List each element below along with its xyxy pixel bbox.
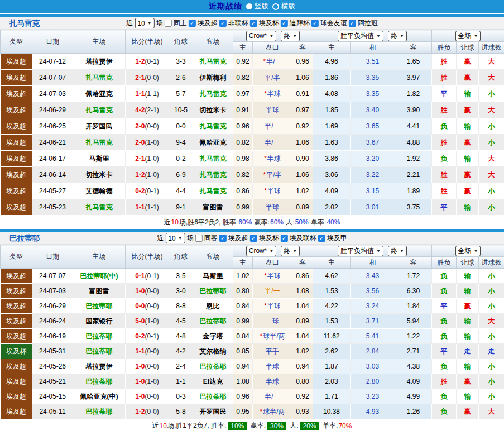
competition-checkbox[interactable]: ✓: [219, 235, 227, 242]
cell-home: 国家银行: [73, 314, 126, 329]
competition-checkbox[interactable]: ✓: [349, 20, 356, 27]
cell-handicap: 半/一: [253, 118, 292, 135]
cell-result: 胜: [432, 70, 457, 86]
cell-result: 负: [432, 269, 457, 284]
competition-checkbox[interactable]: ✓: [311, 20, 319, 27]
away-handicap-star: *: [264, 90, 267, 98]
cell-corners: 2-6: [169, 70, 193, 86]
cell-handicap-result: 输: [457, 284, 479, 299]
wld-mode-select[interactable]: 胜平负均值▼: [338, 246, 383, 256]
competition-checkbox[interactable]: ✓: [250, 20, 257, 27]
cell-score: 1-1(1-1): [126, 86, 169, 102]
cell-home: 扎马雷克: [73, 199, 126, 216]
away-team: 扎马雷克: [200, 58, 227, 65]
full-score: 1-0: [135, 378, 145, 385]
radio-vertical-label: 竖版: [255, 2, 268, 11]
table-row: 埃及超24-06-29扎马雷克4-2(2-1)10-5切拉米卡0.91半球0.9…: [1, 102, 504, 118]
cell-type: 埃及超: [1, 404, 32, 419]
cell-home: 马斯里: [73, 151, 126, 167]
competition-checkbox[interactable]: ✓: [189, 20, 196, 27]
cell-score: 1-0(0-0): [126, 359, 169, 374]
home-team: 扎马雷克: [86, 106, 113, 114]
cell-corners: 1-1: [169, 374, 193, 389]
radio-horizontal[interactable]: 横版: [272, 2, 295, 11]
full-score: 1-1: [135, 203, 145, 211]
cell-wld-home: 1.53: [313, 314, 351, 329]
competition-checkbox[interactable]: ✓: [250, 235, 257, 242]
cell-home: 扎马雷克: [73, 135, 126, 151]
away-team: 巴拉蒂耶: [200, 393, 227, 400]
wld-group-header: 胜平负均值▼终▼: [313, 245, 432, 257]
odds-company-select[interactable]: Crow*▼: [246, 246, 277, 256]
cell-odds-away: 0.89: [292, 314, 313, 329]
cell-date: 24-05-15: [32, 389, 73, 404]
cell-date: 24-06-29: [32, 102, 73, 118]
cell-odds-away: 1.06: [292, 167, 313, 183]
sub-col-header: 进球数: [479, 42, 504, 54]
home-team: 扎马雷克: [86, 203, 113, 211]
cell-odds-away: 0.92: [292, 389, 313, 404]
home-team: 塔拉贾伊: [86, 362, 113, 370]
sections-container: 扎马雷克近10▼场同主✓埃及超✓非联杯✓埃及杯✓迪拜杯✓球会友谊✓阿拉冠类型日期…: [0, 14, 504, 430]
col-header: 类型: [1, 245, 32, 269]
cell-wld-away: 1.84: [395, 299, 432, 314]
cell-odds-away: 1.06: [292, 135, 313, 151]
wld-mode-select[interactable]: 胜平负均值▼: [338, 31, 383, 41]
recent-count-select[interactable]: 10▼: [165, 233, 185, 243]
cell-wld-away: 3.90: [395, 102, 432, 118]
odds-stage-select[interactable]: 终▼: [281, 246, 300, 256]
cell-handicap: *半/一: [253, 54, 292, 70]
competition-label: 埃及甲: [327, 233, 347, 243]
half-score: (0-1): [145, 187, 159, 195]
scope-select[interactable]: 全场▼: [455, 246, 481, 256]
cell-score: 1-2(1-0): [126, 167, 169, 183]
cell-type: 埃及超: [1, 199, 32, 216]
full-score: 1-1: [135, 90, 145, 98]
wld-stage-select[interactable]: 终▼: [388, 246, 407, 256]
cell-goals: 小: [479, 329, 504, 344]
competition-checkbox[interactable]: ✓: [318, 235, 325, 242]
recent-count-select[interactable]: 10▼: [135, 18, 154, 28]
venue-checkbox[interactable]: [165, 20, 172, 27]
cell-wld-away: 4.99: [395, 389, 432, 404]
cell-handicap: *半球: [253, 269, 292, 284]
cell-wld-home: 3.86: [313, 151, 351, 167]
cell-goals: 小: [479, 269, 504, 284]
cell-odds-away: 0.96: [292, 54, 313, 70]
half-score: (1-0): [145, 378, 159, 385]
away-team: 扎马雷克: [200, 155, 227, 163]
col-header: 客场: [193, 30, 233, 54]
full-score: 2-1: [135, 74, 145, 82]
matches-table: 类型日期主场比分(半场)角球客场Crow*▼终▼胜平负均值▼终▼全场▼主盘口客主…: [0, 245, 504, 419]
table-row: 埃及超24-05-11巴拉蒂耶1-2(0-0)5-8开罗国民0.95*球半/两0…: [1, 404, 504, 419]
cell-odds-home: 0.94: [233, 359, 253, 374]
competition-checkbox[interactable]: ✓: [219, 20, 227, 27]
odds-company-select[interactable]: Crow*▼: [246, 31, 277, 41]
odds-stage-select[interactable]: 终▼: [281, 31, 300, 41]
cell-handicap: 一球: [253, 314, 292, 329]
summary-text: 单率:: [309, 218, 327, 227]
home-team: 塔拉贾伊: [86, 58, 113, 65]
chevron-down-icon: ▼: [400, 34, 404, 39]
cell-corners: 0-0: [169, 118, 193, 135]
home-team: 巴拉蒂耶: [86, 347, 113, 355]
venue-checkbox[interactable]: [195, 235, 203, 242]
competition-label: 球会友谊: [320, 18, 347, 28]
full-score: 0-1: [135, 272, 145, 280]
radio-vertical[interactable]: 竖版: [246, 2, 268, 11]
col-header: 日期: [32, 245, 73, 269]
cell-odds-home: 0.91: [233, 102, 253, 118]
competition-checkbox[interactable]: ✓: [281, 235, 288, 242]
wld-stage-select[interactable]: 终▼: [388, 31, 407, 41]
cell-wld-draw: 4.93: [351, 404, 395, 419]
cell-handicap-result: 输: [457, 329, 479, 344]
cell-odds-home: 0.99: [233, 199, 253, 216]
cell-wld-draw: 3.51: [351, 54, 395, 70]
cell-wld-away: 1.65: [395, 54, 432, 70]
competition-checkbox[interactable]: ✓: [281, 20, 288, 27]
scope-select[interactable]: 全场▼: [455, 31, 481, 41]
col-header: 主场: [73, 245, 126, 269]
cell-handicap-result: 赢: [457, 183, 479, 199]
cell-handicap: *半球: [253, 183, 292, 199]
page-title: 近期战绩: [209, 2, 242, 12]
